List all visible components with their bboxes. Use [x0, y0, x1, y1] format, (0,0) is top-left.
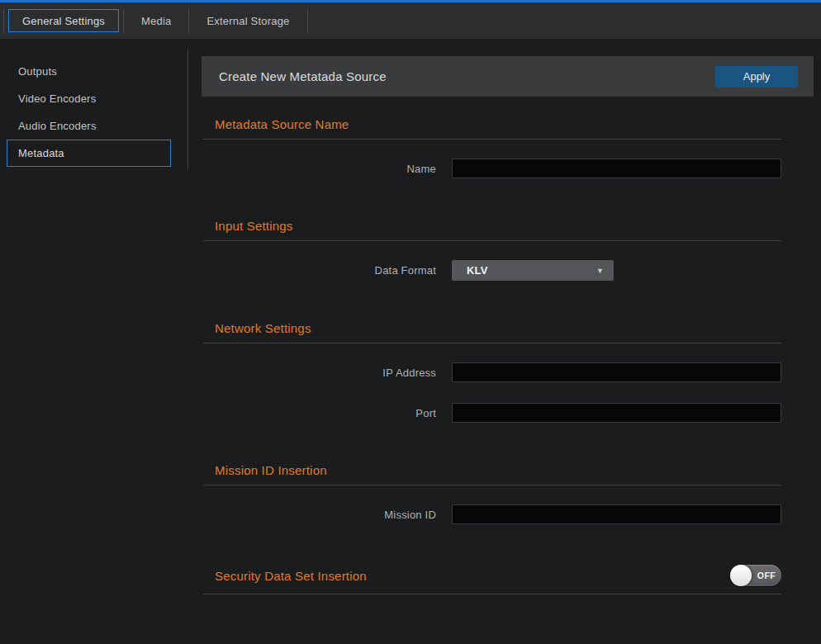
- name-label: Name: [203, 163, 436, 175]
- data-format-selected-value: KLV: [467, 264, 596, 277]
- section-network-settings: Network Settings IP Address Port: [203, 321, 781, 423]
- ip-address-input[interactable]: [452, 362, 781, 382]
- main-panel: Create New Metatada Source Apply Metadat…: [202, 39, 821, 644]
- name-input[interactable]: [452, 159, 781, 178]
- tab-separator: [307, 9, 308, 33]
- tab-separator: [3, 9, 4, 33]
- tab-media[interactable]: Media: [124, 8, 188, 33]
- section-metadata-source-name: Metadata Source Name Name: [203, 117, 781, 178]
- sidebar-divider: [187, 50, 188, 169]
- data-format-label: Data Format: [203, 264, 436, 277]
- form-row-port: Port: [203, 403, 781, 423]
- chevron-down-icon: ▼: [596, 267, 604, 275]
- panel-header: Create New Metatada Source Apply: [202, 56, 814, 97]
- mission-id-label: Mission ID: [203, 509, 436, 521]
- port-label: Port: [203, 407, 436, 419]
- tab-external-storage[interactable]: External Storage: [189, 8, 306, 33]
- form-row-name: Name: [203, 159, 781, 178]
- section-divider: [203, 240, 781, 241]
- page-title: Create New Metatada Source: [219, 69, 715, 83]
- sidebar-item-outputs[interactable]: Outputs: [7, 58, 171, 85]
- sidebar-item-audio-encoders[interactable]: Audio Encoders: [7, 112, 171, 140]
- form-row-mission-id: Mission ID: [203, 504, 781, 524]
- section-divider: [203, 343, 781, 343]
- section-title: Mission ID Insertion: [215, 463, 781, 477]
- ip-address-label: IP Address: [203, 367, 436, 379]
- sidebar-item-metadata[interactable]: Metadata: [7, 140, 171, 167]
- data-format-select[interactable]: KLV ▼: [452, 260, 614, 281]
- section-title: Security Data Set Insertion: [215, 569, 367, 583]
- form-content: Metadata Source Name Name Input Settings…: [203, 117, 781, 594]
- mission-id-input[interactable]: [452, 504, 781, 524]
- section-mission-id-insertion: Mission ID Insertion Mission ID: [203, 463, 781, 524]
- sidebar-menu: Outputs Video Encoders Audio Encoders Me…: [0, 58, 202, 167]
- port-input[interactable]: [452, 403, 781, 423]
- section-divider: [203, 139, 781, 140]
- form-row-data-format: Data Format KLV ▼: [203, 260, 781, 281]
- toggle-knob-icon: [730, 565, 752, 586]
- section-divider: [203, 594, 781, 594]
- section-input-settings: Input Settings Data Format KLV ▼: [203, 219, 781, 281]
- section-title: Input Settings: [215, 219, 781, 233]
- top-tab-bar: General Settings Media External Storage: [0, 0, 821, 39]
- section-title: Metadata Source Name: [215, 117, 781, 131]
- section-title: Network Settings: [215, 321, 781, 335]
- section-divider: [203, 485, 781, 485]
- settings-sidebar: Outputs Video Encoders Audio Encoders Me…: [0, 39, 202, 644]
- sidebar-item-video-encoders[interactable]: Video Encoders: [7, 85, 171, 112]
- security-data-set-toggle[interactable]: OFF: [730, 565, 781, 586]
- toggle-state-label: OFF: [752, 571, 781, 580]
- tab-general-settings[interactable]: General Settings: [8, 9, 119, 32]
- section-security-data-set-insertion: Security Data Set Insertion OFF: [203, 565, 781, 594]
- form-row-ip-address: IP Address: [203, 362, 781, 382]
- apply-button[interactable]: Apply: [715, 66, 798, 88]
